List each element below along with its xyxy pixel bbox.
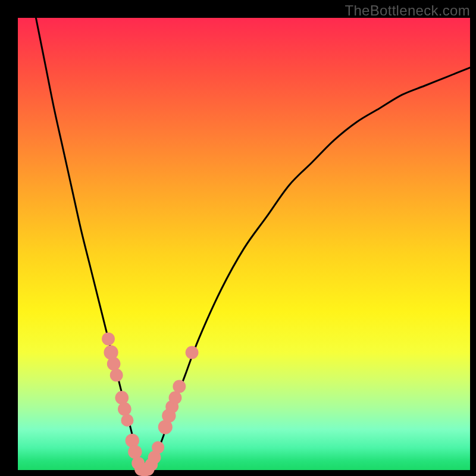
data-marker: [152, 441, 164, 453]
data-marker: [121, 414, 133, 427]
chart-frame: TheBottleneck.com: [0, 0, 476, 476]
plot-area: [18, 18, 470, 470]
data-marker: [118, 402, 131, 416]
data-marker: [169, 391, 182, 404]
bottleneck-curve-svg: [18, 18, 470, 470]
marker-group: [102, 333, 198, 476]
data-marker: [115, 391, 129, 405]
watermark-text: TheBottleneck.com: [345, 2, 470, 19]
data-marker: [102, 333, 115, 346]
data-marker: [128, 445, 142, 459]
bottleneck-curve: [36, 18, 470, 471]
data-marker: [186, 346, 199, 359]
data-marker: [110, 368, 123, 381]
data-marker: [107, 357, 121, 371]
data-marker: [173, 380, 186, 393]
